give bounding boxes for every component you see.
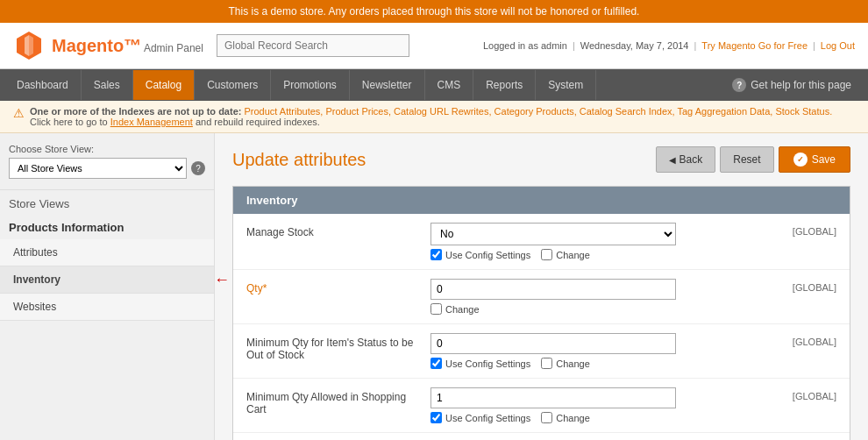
sidebar-nav-item-inventory[interactable]: Inventory ← xyxy=(0,266,214,294)
content-area: Update attributes ◀ Back Reset ✓ Save In… xyxy=(215,133,868,440)
min-qty-out-global-badge: [GLOBAL] xyxy=(784,333,836,347)
main-layout: Choose Store View: All Store Views ? Sto… xyxy=(0,133,868,440)
sidebar: Choose Store View: All Store Views ? Sto… xyxy=(0,133,215,440)
sidebar-nav-item-websites[interactable]: Websites xyxy=(0,294,214,321)
header: Magento™ Admin Panel Logged in as admin … xyxy=(0,23,868,69)
sidebar-nav: Attributes Inventory ← Websites xyxy=(0,239,214,321)
min-qty-out-of-stock-controls: Use Config Settings Change xyxy=(430,333,775,369)
min-qty-out-of-stock-label: Minimum Qty for Item's Status to be Out … xyxy=(246,333,422,361)
separator2: | xyxy=(694,40,697,51)
manage-stock-row: Manage Stock No Yes Use Config Settings … xyxy=(233,214,850,270)
store-view-label: Choose Store View: xyxy=(9,144,205,154)
min-qty-cart-controls: Use Config Settings Change xyxy=(430,387,775,423)
nav-item-cms[interactable]: CMS xyxy=(425,70,474,100)
nav-item-promotions[interactable]: Promotions xyxy=(271,70,350,100)
manage-stock-checkbox-row: Use Config Settings Change xyxy=(430,249,775,260)
min-qty-out-of-stock-row: Minimum Qty for Item's Status to be Out … xyxy=(233,324,850,379)
separator1: | xyxy=(573,40,575,51)
min-qty-cart-checkbox-row: Use Config Settings Change xyxy=(430,412,775,423)
store-view-select-row: All Store Views ? xyxy=(9,158,205,179)
reset-button[interactable]: Reset xyxy=(720,146,773,173)
store-view-help-icon[interactable]: ? xyxy=(191,161,205,175)
min-qty-cart-row: Minimum Qty Allowed in Shopping Cart Use… xyxy=(233,379,850,433)
section-header: Inventory xyxy=(233,187,850,214)
min-qty-out-use-config-checkbox[interactable] xyxy=(430,358,442,369)
nav-item-system[interactable]: System xyxy=(536,70,596,100)
manage-stock-change-checkbox[interactable] xyxy=(541,249,552,260)
store-view-area: Choose Store View: All Store Views ? xyxy=(0,133,214,190)
logged-in-text: Logged in as admin xyxy=(483,40,567,51)
arrow-annotation: ← xyxy=(214,271,230,289)
manage-stock-select[interactable]: No Yes xyxy=(430,223,676,245)
qty-input[interactable] xyxy=(430,279,676,300)
section-body: Manage Stock No Yes Use Config Settings … xyxy=(233,214,850,440)
back-button[interactable]: ◀ Back xyxy=(656,146,716,173)
action-buttons: ◀ Back Reset ✓ Save xyxy=(656,146,850,173)
min-qty-cart-input[interactable] xyxy=(430,387,676,408)
svg-marker-1 xyxy=(25,35,29,56)
logo-text-area: Magento™ Admin Panel xyxy=(52,36,203,56)
manage-stock-use-config-checkbox[interactable] xyxy=(430,249,442,260)
nav-help[interactable]: ? Get help for this page xyxy=(720,69,864,101)
manage-stock-change-label: Change xyxy=(556,250,590,260)
logo-subtitle: Admin Panel xyxy=(144,42,203,54)
svg-marker-2 xyxy=(29,35,33,56)
demo-banner-text: This is a demo store. Any orders placed … xyxy=(229,5,640,18)
date-text: Wednesday, May 7, 2014 xyxy=(580,40,689,51)
min-qty-cart-global-badge: [GLOBAL] xyxy=(784,387,836,401)
qty-label: Qty* xyxy=(246,279,422,295)
min-qty-cart-use-config-label: Use Config Settings xyxy=(445,413,530,423)
warning-bar: ⚠ One or more of the Indexes are not up … xyxy=(0,101,868,133)
try-magento-link[interactable]: Try Magento Go for Free xyxy=(701,40,808,51)
sidebar-nav-item-attributes[interactable]: Attributes xyxy=(0,239,214,266)
nav-item-sales[interactable]: Sales xyxy=(82,70,133,100)
min-qty-out-change-checkbox[interactable] xyxy=(541,358,552,369)
logo-brand: Magento™ xyxy=(52,36,141,55)
magento-logo-icon xyxy=(13,30,45,61)
manage-stock-use-config-label: Use Config Settings xyxy=(445,250,530,260)
warning-text: One or more of the Indexes are not up to… xyxy=(30,106,832,127)
content-header: Update attributes ◀ Back Reset ✓ Save xyxy=(232,146,850,173)
nav-item-dashboard[interactable]: Dashboard xyxy=(4,70,82,100)
min-qty-out-change-label: Change xyxy=(556,358,590,369)
back-icon: ◀ xyxy=(669,155,676,165)
min-qty-out-of-stock-input[interactable] xyxy=(430,333,676,354)
qty-row: Qty* Change [GLOBAL] xyxy=(233,270,850,324)
store-view-select[interactable]: All Store Views xyxy=(9,158,187,179)
page-title: Update attributes xyxy=(232,150,366,170)
save-icon: ✓ xyxy=(793,153,808,167)
search-input[interactable] xyxy=(217,34,409,57)
main-nav: Dashboard Sales Catalog Customers Promot… xyxy=(0,69,868,101)
nav-item-catalog[interactable]: Catalog xyxy=(133,70,195,100)
manage-stock-controls: No Yes Use Config Settings Change xyxy=(430,223,775,260)
save-button[interactable]: ✓ Save xyxy=(779,146,850,173)
min-qty-cart-change-label: Change xyxy=(556,413,590,423)
min-qty-out-use-config-label: Use Config Settings xyxy=(445,358,530,369)
warning-icon: ⚠ xyxy=(13,106,25,120)
store-views-heading: Store Views xyxy=(0,190,214,210)
demo-banner: This is a demo store. Any orders placed … xyxy=(0,0,868,23)
min-qty-cart-use-config-checkbox[interactable] xyxy=(430,412,442,423)
logout-link[interactable]: Log Out xyxy=(821,40,855,51)
question-icon: ? xyxy=(732,78,746,92)
header-right: Logged in as admin | Wednesday, May 7, 2… xyxy=(483,40,855,51)
nav-item-reports[interactable]: Reports xyxy=(473,70,536,100)
products-info-title: Products Information xyxy=(0,210,214,239)
nav-item-customers[interactable]: Customers xyxy=(195,70,271,100)
qty-change-label: Change xyxy=(445,304,480,315)
logo-area: Magento™ Admin Panel xyxy=(13,30,203,61)
separator3: | xyxy=(813,40,815,51)
index-management-link[interactable]: Index Management xyxy=(110,117,193,127)
qty-change-checkbox[interactable] xyxy=(430,303,442,315)
search-area xyxy=(217,34,470,57)
manage-stock-global-badge: [GLOBAL] xyxy=(784,223,836,237)
warning-link-text2: and rebuild required indexes. xyxy=(196,117,320,127)
min-qty-out-of-stock-checkbox-row: Use Config Settings Change xyxy=(430,358,775,369)
min-qty-cart-label: Minimum Qty Allowed in Shopping Cart xyxy=(246,387,422,415)
max-qty-cart-row: Maximum Qty Allowed in Shopping Cart Use… xyxy=(233,433,850,440)
nav-item-newsletter[interactable]: Newsletter xyxy=(350,70,425,100)
qty-global-badge: [GLOBAL] xyxy=(784,279,836,293)
qty-controls: Change xyxy=(430,279,775,315)
min-qty-cart-change-checkbox[interactable] xyxy=(541,412,552,423)
manage-stock-label: Manage Stock xyxy=(246,223,422,238)
